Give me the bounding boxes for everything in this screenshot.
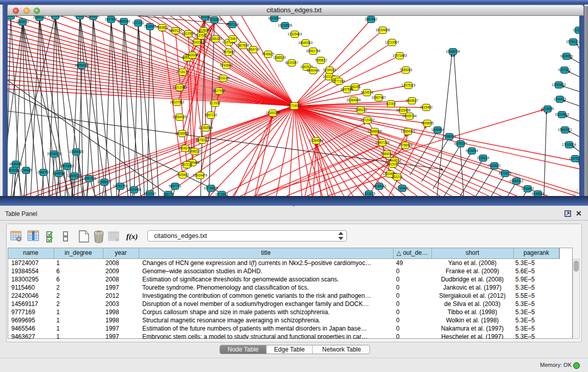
svg-text:19218506: 19218506: [278, 24, 293, 27]
svg-text:12093832: 12093832: [552, 83, 567, 86]
svg-text:12213967: 12213967: [385, 40, 400, 44]
svg-text:2935114: 2935114: [477, 156, 490, 160]
svg-text:1156829: 1156829: [20, 168, 33, 172]
svg-text:20206576: 20206576: [47, 152, 62, 156]
svg-text:10107552: 10107552: [170, 100, 185, 104]
svg-text:13325419: 13325419: [288, 32, 302, 36]
svg-text:12505135: 12505135: [67, 174, 82, 178]
svg-text:10973493: 10973493: [393, 54, 407, 57]
svg-text:157214: 157214: [181, 163, 192, 166]
svg-text:1571649: 1571649: [215, 192, 228, 196]
svg-text:8912954: 8912954: [182, 32, 195, 35]
svg-text:9127509: 9127509: [195, 34, 208, 37]
svg-text:9245653: 9245653: [532, 192, 545, 195]
svg-text:17957255: 17957255: [82, 177, 97, 180]
svg-text:17359928: 17359928: [69, 150, 84, 154]
svg-text:7357224: 7357224: [226, 23, 239, 26]
svg-text:9146821: 9146821: [262, 52, 275, 56]
svg-text:17016504: 17016504: [562, 143, 577, 146]
svg-text:7625402: 7625402: [177, 173, 189, 177]
svg-text:1292347: 1292347: [144, 192, 157, 195]
svg-text:10543382: 10543382: [190, 40, 205, 44]
svg-text:8427552: 8427552: [213, 89, 226, 93]
svg-text:2087662: 2087662: [365, 17, 378, 21]
svg-text:62160: 62160: [386, 102, 396, 105]
svg-text:20691406: 20691406: [48, 16, 63, 17]
svg-text:f(x): f(x): [126, 232, 138, 241]
svg-text:9474444: 9474444: [466, 149, 478, 152]
svg-text:817006: 817006: [209, 101, 221, 105]
svg-text:19166825: 19166825: [175, 132, 190, 135]
svg-text:9215955: 9215955: [541, 107, 554, 111]
svg-text:10807487: 10807487: [372, 96, 386, 99]
svg-text:24420046: 24420046: [185, 53, 200, 57]
svg-text:12923465: 12923465: [127, 188, 142, 191]
svg-text:12975115: 12975115: [401, 83, 416, 87]
svg-text:4335061: 4335061: [10, 162, 23, 166]
svg-text:19756928: 19756928: [398, 143, 413, 147]
svg-text:4463627: 4463627: [406, 99, 419, 102]
svg-text:15692971: 15692971: [558, 128, 573, 132]
svg-text:16648784: 16648784: [446, 50, 461, 53]
svg-text:9657791: 9657791: [169, 184, 182, 188]
svg-text:8990448: 8990448: [307, 69, 320, 72]
svg-text:2367608: 2367608: [236, 43, 249, 47]
svg-text:546: 546: [230, 37, 236, 40]
svg-text:10958107: 10958107: [97, 180, 112, 184]
svg-text:7632621: 7632621: [488, 164, 501, 167]
svg-text:16782759: 16782759: [113, 184, 128, 188]
svg-text:3875685: 3875685: [223, 50, 235, 54]
svg-text:15716485: 15716485: [204, 186, 219, 190]
svg-text:1405571: 1405571: [8, 16, 17, 17]
svg-text:14136141: 14136141: [372, 184, 387, 188]
svg-text:1405572: 1405572: [16, 20, 29, 24]
svg-text:9777169: 9777169: [333, 79, 345, 83]
svg-text:2069140: 2069140: [33, 16, 46, 19]
svg-text:8454749: 8454749: [247, 48, 260, 51]
svg-text:18640910: 18640910: [298, 41, 313, 45]
svg-text:9860124: 9860124: [169, 29, 182, 32]
svg-text:9498222: 9498222: [188, 149, 201, 153]
svg-text:9084067: 9084067: [381, 152, 394, 156]
svg-text:3624514: 3624514: [361, 91, 374, 94]
svg-text:13654923: 13654923: [401, 129, 416, 133]
svg-text:7663822: 7663822: [156, 26, 169, 29]
svg-text:19654925: 19654925: [172, 115, 187, 119]
svg-text:1167535: 1167535: [569, 157, 579, 160]
svg-text:2803144: 2803144: [217, 76, 230, 80]
svg-text:14495794: 14495794: [402, 114, 417, 118]
svg-text:1413615: 1413615: [363, 192, 376, 195]
svg-text:8220357: 8220357: [286, 61, 298, 64]
svg-text:1085328: 1085328: [74, 16, 86, 17]
svg-text:10853287: 10853287: [86, 16, 101, 18]
svg-text:8471676: 8471676: [499, 171, 512, 175]
svg-text:9699695: 9699695: [421, 121, 434, 125]
svg-text:10025438: 10025438: [396, 108, 411, 112]
svg-text:12353594: 12353594: [199, 126, 213, 129]
svg-text:12213383: 12213383: [172, 85, 187, 89]
svg-text:19384554: 19384554: [309, 139, 324, 142]
svg-text:1244415: 1244415: [554, 97, 567, 101]
svg-text:6966160: 6966160: [118, 19, 130, 23]
svg-text:1588520: 1588520: [273, 56, 286, 59]
svg-text:6879197: 6879197: [454, 142, 467, 145]
svg-text:9242843: 9242843: [220, 63, 233, 67]
svg-text:16154808: 16154808: [376, 28, 390, 32]
svg-text:15751074: 15751074: [566, 40, 579, 43]
svg-text:8186328: 8186328: [209, 37, 222, 40]
svg-text:9734028: 9734028: [323, 68, 336, 72]
svg-text:16033809: 16033809: [207, 18, 222, 21]
svg-text:10654112: 10654112: [509, 179, 524, 183]
svg-text:2942757: 2942757: [37, 170, 50, 174]
svg-text:5878332: 5878332: [196, 138, 209, 142]
svg-text:30975867: 30975867: [60, 164, 75, 168]
svg-text:6497568: 6497568: [341, 87, 354, 91]
svg-text:15720407: 15720407: [360, 118, 375, 122]
svg-text:7955812: 7955812: [315, 58, 328, 62]
svg-text:10688609: 10688609: [367, 129, 382, 133]
svg-text:16210643: 16210643: [555, 113, 570, 116]
svg-text:1733426: 1733426: [396, 186, 409, 190]
svg-text:7386322: 7386322: [355, 108, 367, 112]
svg-text:1071191: 1071191: [132, 21, 145, 25]
svg-text:16961758: 16961758: [306, 49, 321, 53]
